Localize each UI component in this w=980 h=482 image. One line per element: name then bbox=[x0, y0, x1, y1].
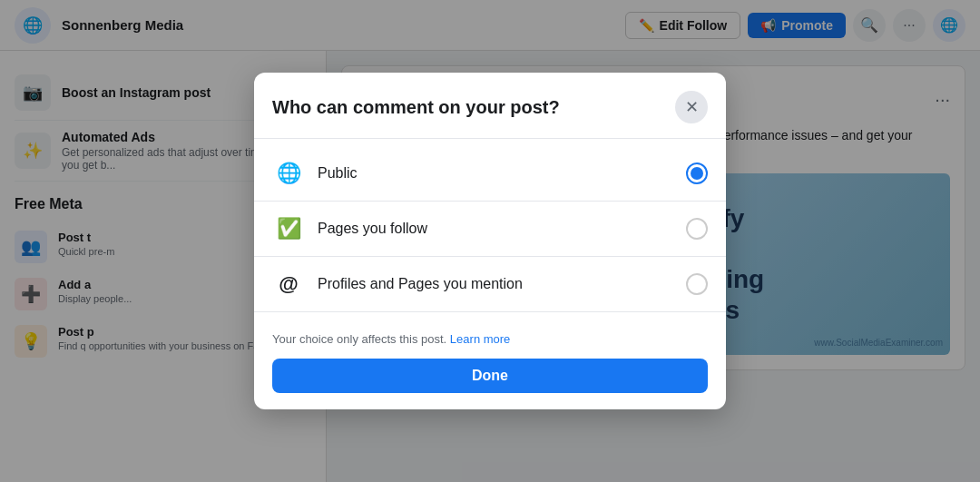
done-button[interactable]: Done bbox=[272, 359, 708, 393]
learn-more-link[interactable]: Learn more bbox=[450, 332, 510, 346]
at-icon: @ bbox=[272, 268, 305, 300]
option-public[interactable]: 🌐 Public bbox=[254, 146, 726, 202]
radio-profiles-pages[interactable] bbox=[686, 273, 708, 295]
option-profiles-pages-label: Profiles and Pages you mention bbox=[318, 276, 673, 292]
radio-public[interactable] bbox=[686, 162, 708, 184]
modal-header: Who can comment on your post? ✕ bbox=[254, 73, 726, 139]
radio-public-inner bbox=[691, 167, 703, 180]
option-profiles-pages[interactable]: @ Profiles and Pages you mention bbox=[254, 257, 726, 312]
close-icon: ✕ bbox=[685, 97, 699, 117]
footer-note: Your choice only affects this post. Lear… bbox=[272, 332, 708, 346]
modal-options: 🌐 Public ✅ Pages you follow @ Profiles a… bbox=[254, 139, 726, 320]
modal-overlay[interactable]: Who can comment on your post? ✕ 🌐 Public… bbox=[0, 0, 980, 482]
globe-icon: 🌐 bbox=[272, 157, 305, 190]
modal-title: Who can comment on your post? bbox=[272, 97, 560, 118]
modal-footer: Your choice only affects this post. Lear… bbox=[254, 320, 726, 409]
comment-modal: Who can comment on your post? ✕ 🌐 Public… bbox=[254, 73, 726, 409]
option-pages-follow[interactable]: ✅ Pages you follow bbox=[254, 202, 726, 257]
option-public-label: Public bbox=[318, 165, 673, 182]
option-pages-follow-label: Pages you follow bbox=[318, 221, 673, 237]
radio-pages-follow[interactable] bbox=[686, 218, 708, 240]
modal-close-button[interactable]: ✕ bbox=[675, 91, 708, 123]
checkmark-icon: ✅ bbox=[272, 212, 305, 245]
